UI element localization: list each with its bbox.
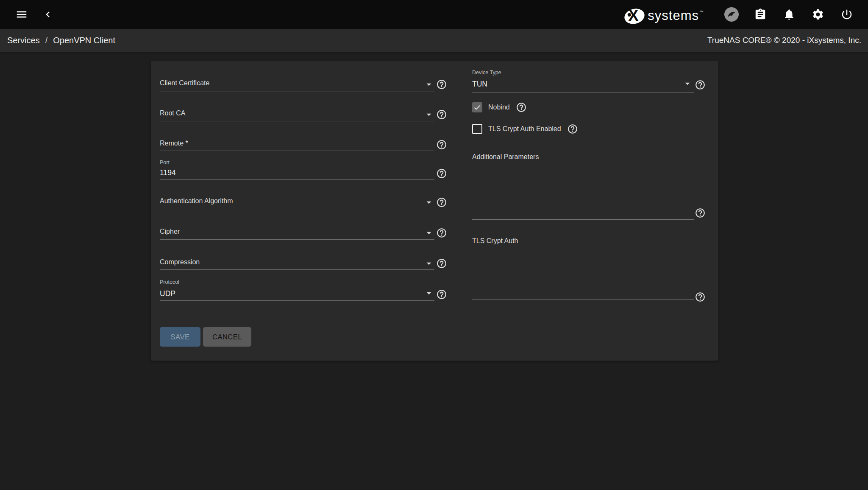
truenas-button[interactable]	[723, 6, 740, 23]
back-button[interactable]	[39, 6, 56, 23]
logo-trademark: ™	[699, 10, 704, 14]
chevron-down-icon[interactable]	[423, 258, 434, 269]
port-input[interactable]: 1194	[160, 168, 176, 177]
help-icon[interactable]	[436, 109, 447, 120]
protocol-select[interactable]: UDP	[160, 289, 175, 298]
nobind-checkbox[interactable]	[472, 102, 482, 112]
help-icon[interactable]	[436, 139, 447, 150]
chevron-down-icon[interactable]	[423, 288, 434, 299]
ix-mark-icon: X	[623, 6, 646, 26]
notifications-button[interactable]	[781, 6, 798, 23]
additional-parameters-textarea[interactable]	[472, 162, 694, 220]
breadcrumb-bar: Services / OpenVPN Client TrueNAS CORE® …	[0, 29, 868, 52]
tls-crypt-auth-textarea[interactable]	[472, 247, 694, 300]
openvpn-client-form-card: Client Certificate Root CA Remote * Port…	[151, 61, 718, 361]
device-type-select[interactable]: TUN	[472, 79, 487, 89]
save-button[interactable]: SAVE	[160, 327, 200, 347]
tls-crypt-auth-enabled-label: TLS Crypt Auth Enabled	[488, 125, 561, 133]
nobind-label: Nobind	[488, 104, 510, 111]
help-icon[interactable]	[695, 207, 706, 218]
settings-icon	[812, 8, 824, 21]
help-icon[interactable]	[436, 168, 447, 179]
help-icon[interactable]	[695, 291, 706, 302]
nobind-row: Nobind	[472, 102, 527, 113]
tasks-button[interactable]	[752, 6, 769, 23]
port-label: Port	[160, 160, 170, 166]
tls-crypt-auth-label: TLS Crypt Auth	[472, 237, 518, 245]
help-icon[interactable]	[436, 289, 447, 300]
chevron-left-icon	[42, 8, 54, 20]
chevron-down-icon[interactable]	[423, 197, 434, 208]
menu-icon	[15, 8, 28, 21]
breadcrumb-separator: /	[45, 36, 48, 45]
chevron-down-icon[interactable]	[423, 109, 434, 120]
top-bar: X systems ™	[0, 0, 868, 29]
compression-select[interactable]: Compression	[160, 258, 200, 266]
help-icon[interactable]	[436, 258, 447, 269]
notifications-icon	[783, 8, 796, 21]
help-icon[interactable]	[516, 102, 527, 113]
device-type-label: Device Type	[472, 70, 501, 76]
breadcrumb-services[interactable]: Services	[7, 36, 40, 45]
root-ca-select[interactable]: Root CA	[160, 109, 185, 118]
cancel-button[interactable]: CANCEL	[203, 327, 251, 347]
help-icon[interactable]	[436, 227, 447, 238]
breadcrumb: Services / OpenVPN Client	[7, 36, 115, 45]
help-icon[interactable]	[436, 79, 447, 90]
additional-parameters-label: Additional Parameters	[472, 153, 539, 161]
client-certificate-select[interactable]: Client Certificate	[160, 79, 209, 87]
power-icon	[840, 8, 853, 21]
truenas-logo-icon	[724, 7, 739, 22]
protocol-label: Protocol	[160, 279, 179, 286]
chevron-down-icon[interactable]	[423, 79, 434, 90]
help-icon[interactable]	[436, 197, 447, 208]
menu-button[interactable]	[13, 6, 30, 23]
ixsystems-logo[interactable]: X systems ™	[624, 6, 704, 24]
help-icon[interactable]	[567, 123, 578, 134]
authentication-algorithm-select[interactable]: Authentication Algorithm	[160, 197, 233, 205]
tls-crypt-auth-enabled-row: TLS Crypt Auth Enabled	[472, 123, 578, 134]
power-button[interactable]	[838, 6, 855, 23]
chevron-down-icon[interactable]	[423, 227, 434, 238]
page-title: OpenVPN Client	[53, 36, 115, 45]
logo-text: systems	[648, 8, 699, 23]
chevron-down-icon[interactable]	[682, 78, 693, 89]
help-icon[interactable]	[695, 79, 706, 90]
cipher-select[interactable]: Cipher	[160, 227, 180, 236]
tls-crypt-auth-enabled-checkbox[interactable]	[472, 124, 482, 134]
tasks-icon	[754, 8, 767, 21]
settings-button[interactable]	[810, 6, 826, 23]
remote-input[interactable]: Remote *	[160, 139, 188, 148]
copyright-text: TrueNAS CORE® © 2020 - iXsystems, Inc.	[707, 36, 861, 45]
